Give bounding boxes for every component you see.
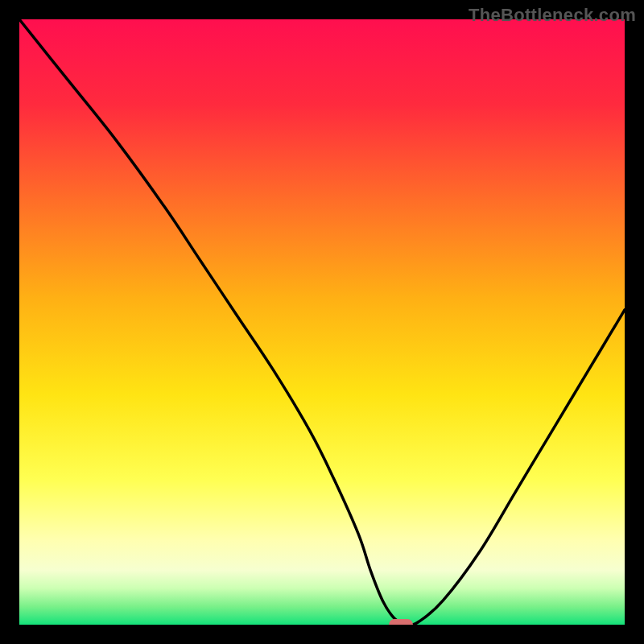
watermark-text: TheBottleneck.com — [469, 5, 636, 26]
chart-frame: TheBottleneck.com — [0, 0, 644, 644]
optimal-marker — [389, 619, 413, 625]
bottleneck-curve — [19, 19, 625, 625]
curve-path — [19, 19, 625, 625]
plot-outer — [19, 19, 625, 625]
plot-area — [19, 19, 625, 625]
